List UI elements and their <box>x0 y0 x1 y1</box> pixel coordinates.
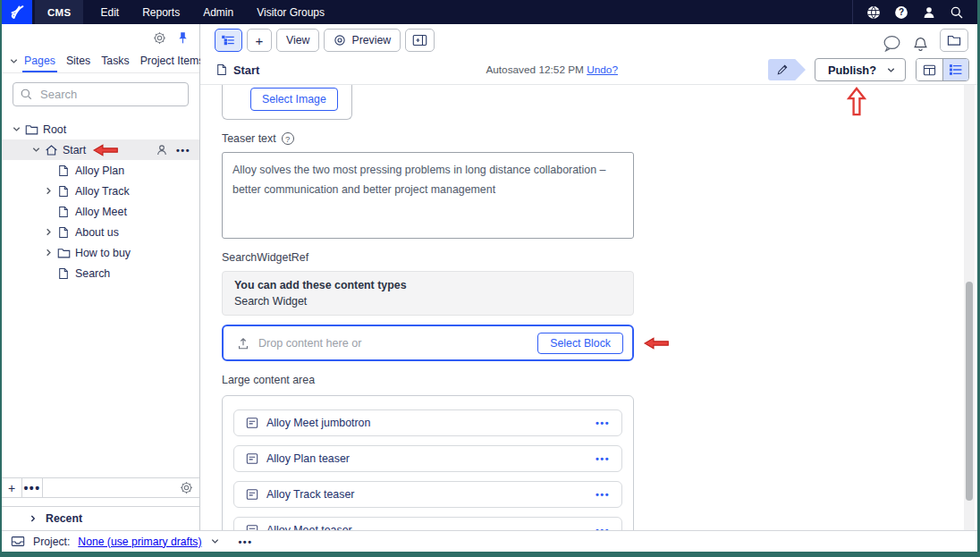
view-button-label: View <box>286 34 309 46</box>
block-icon <box>246 488 258 501</box>
teaser-text-label: Teaser text ? <box>222 132 977 145</box>
tree-item-alloy-plan[interactable]: Alloy Plan <box>2 160 199 181</box>
tree-item-alloy-track[interactable]: Alloy Track <box>2 181 199 201</box>
tab-project-items[interactable]: Project Items <box>135 50 210 72</box>
search-input[interactable] <box>13 82 189 106</box>
view-button[interactable]: View <box>276 29 319 52</box>
chevron-down-icon <box>886 65 896 75</box>
page-icon <box>55 267 72 280</box>
block-icon <box>246 524 258 530</box>
comments-icon[interactable] <box>883 35 901 52</box>
toggle-navigation-button[interactable] <box>215 29 242 52</box>
project-status-bar: Project: None (use primary drafts) ••• <box>2 530 977 552</box>
folder-icon <box>947 34 961 46</box>
collapse-chevron-icon[interactable] <box>9 56 19 66</box>
plus-icon: + <box>256 34 264 47</box>
project-folder-button[interactable] <box>940 29 968 52</box>
chevron-right-icon[interactable] <box>41 248 55 257</box>
page-icon <box>55 185 72 198</box>
page-icon <box>55 206 72 218</box>
tree-item-about-us[interactable]: About us <box>2 222 199 242</box>
menu-admin[interactable]: Admin <box>191 6 245 19</box>
select-block-button[interactable]: Select Block <box>537 333 623 354</box>
vertical-scrollbar[interactable] <box>964 85 975 530</box>
page-icon <box>55 226 72 239</box>
select-image-button[interactable]: Select Image <box>250 88 338 111</box>
tree-item-label: Alloy Plan <box>75 165 124 177</box>
tree-item-search[interactable]: Search <box>2 263 199 283</box>
notifications-bell-icon[interactable] <box>913 36 928 52</box>
search-icon[interactable] <box>950 5 964 20</box>
menu-visitor-groups[interactable]: Visitor Groups <box>245 6 336 19</box>
content-block-alloy-track-teaser[interactable]: Alloy Track teaser ••• <box>233 481 622 508</box>
add-page-button[interactable]: + <box>2 478 22 497</box>
compare-versions-button[interactable] <box>405 29 435 52</box>
user-icon[interactable] <box>156 143 168 156</box>
ellipsis-icon[interactable]: ••• <box>596 453 610 464</box>
product-switcher[interactable]: CMS <box>35 0 83 24</box>
chevron-down-icon[interactable] <box>210 536 220 546</box>
page-tree: Root Start ••• <box>2 112 199 283</box>
chevron-down-icon[interactable] <box>29 145 43 155</box>
drop-zone-text: Drop content here or <box>258 337 362 350</box>
annotation-arrow-up <box>847 87 866 116</box>
tab-tasks[interactable]: Tasks <box>96 50 134 72</box>
split-panel-icon <box>412 34 427 46</box>
tree-item-label: Search <box>75 267 110 280</box>
menu-edit[interactable]: Edit <box>89 6 131 19</box>
preview-button-label: Preview <box>351 34 391 46</box>
window-border <box>2 552 977 557</box>
chevron-right-icon[interactable] <box>41 186 55 196</box>
ellipsis-icon[interactable]: ••• <box>596 489 610 500</box>
pane-controls <box>2 24 199 47</box>
help-icon[interactable]: ? <box>894 5 908 20</box>
ellipsis-icon[interactable]: ••• <box>176 145 190 156</box>
gear-icon[interactable] <box>173 478 199 497</box>
edit-mode-indicator[interactable] <box>768 59 806 80</box>
chevron-down-icon[interactable] <box>9 124 23 134</box>
teaser-text-input[interactable]: Alloy solves the two most pressing probl… <box>222 152 634 239</box>
scrollbar-thumb[interactable] <box>966 282 973 501</box>
gear-icon[interactable] <box>153 31 166 45</box>
pin-icon[interactable] <box>177 31 189 45</box>
tree-item-label: Start <box>63 144 86 156</box>
menu-reports[interactable]: Reports <box>131 6 191 19</box>
more-options-button[interactable]: ••• <box>22 478 43 497</box>
help-circle-icon[interactable]: ? <box>282 132 294 145</box>
tree-item-how-to-buy[interactable]: How to buy <box>2 242 199 263</box>
content-drop-zone[interactable]: Drop content here or Select Block <box>222 325 634 361</box>
tree-item-label: How to buy <box>75 247 131 259</box>
recent-label: Recent <box>46 512 82 525</box>
chevron-right-icon[interactable] <box>41 227 55 237</box>
ellipsis-icon[interactable]: ••• <box>596 418 610 428</box>
content-block-alloy-plan-teaser[interactable]: Alloy Plan teaser ••• <box>233 445 622 472</box>
globe-icon[interactable] <box>866 5 881 20</box>
content-block-alloy-meet-jumbotron[interactable]: Alloy Meet jumbotron ••• <box>233 409 622 436</box>
tab-pages[interactable]: Pages <box>19 50 61 72</box>
content-block-alloy-meet-teaser[interactable]: Alloy Meet teaser ••• <box>233 517 622 530</box>
tree-item-alloy-meet[interactable]: Alloy Meet <box>2 201 199 222</box>
tab-sites[interactable]: Sites <box>61 50 96 72</box>
tree-structure-icon <box>222 35 235 46</box>
tree-item-root[interactable]: Root <box>2 119 199 139</box>
publish-button[interactable]: Publish? <box>815 58 906 81</box>
undo-link[interactable]: Undo? <box>587 63 618 76</box>
top-bar: CMS Edit Reports Admin Visitor Groups ? <box>2 0 977 24</box>
user-icon[interactable] <box>922 5 936 20</box>
add-content-button[interactable]: + <box>247 29 272 52</box>
preview-button[interactable]: Preview <box>324 29 401 52</box>
tree-item-label: Alloy Meet <box>75 206 127 218</box>
list-view-button[interactable] <box>942 59 968 80</box>
ellipsis-icon[interactable]: ••• <box>596 525 610 530</box>
info-item: Search Widget <box>234 295 621 308</box>
optimizely-logo-icon <box>9 4 26 21</box>
optimizely-logo[interactable] <box>2 0 32 24</box>
block-icon <box>246 452 258 465</box>
projects-icon <box>11 536 25 547</box>
table-view-button[interactable] <box>917 59 942 80</box>
tree-item-start[interactable]: Start ••• <box>2 139 199 160</box>
project-options-button[interactable]: ••• <box>239 536 253 547</box>
project-selector[interactable]: None (use primary drafts) <box>78 536 201 548</box>
block-icon <box>246 417 258 429</box>
recent-section[interactable]: Recent <box>2 506 199 530</box>
